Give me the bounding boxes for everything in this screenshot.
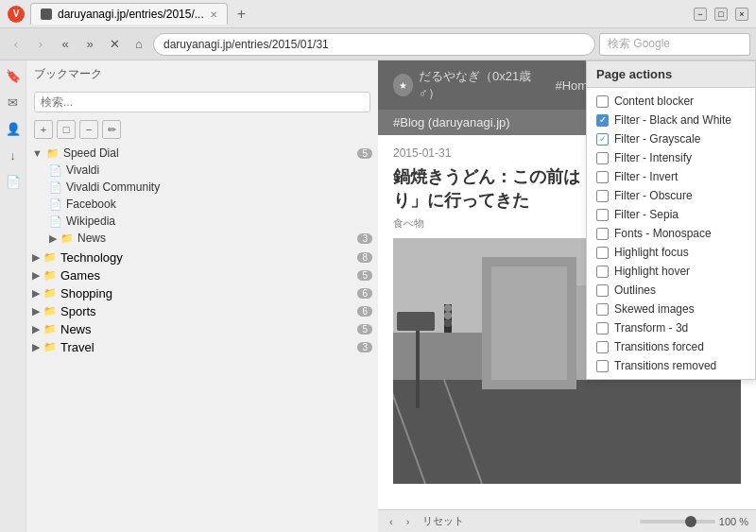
folder-icon: 📁	[43, 341, 57, 353]
action-checkbox-12[interactable]	[596, 322, 609, 335]
sidebar-search-input[interactable]	[34, 92, 370, 112]
action-item-14[interactable]: Transitions removed	[587, 356, 755, 375]
url-text: daruyanagi.jp/entries/2015/01/31	[163, 38, 329, 51]
bookmarks-icon[interactable]: 🔖	[2, 64, 25, 87]
back-icon[interactable]: ‹	[386, 515, 397, 528]
active-tab[interactable]: daruyanagi.jp/entries/2015/... ✕	[30, 3, 228, 25]
action-item-4[interactable]: Filter - Invert	[587, 167, 755, 186]
stop-btn[interactable]: ✕	[104, 34, 125, 55]
action-checkbox-9[interactable]	[596, 266, 609, 278]
site-logo: ★ だるやなぎ（0x21歳♂）	[393, 68, 536, 102]
folder-shopping[interactable]: ▶ 📁 Shopping 6	[26, 284, 378, 302]
slider-thumb[interactable]	[685, 516, 696, 527]
action-checkbox-8[interactable]	[596, 247, 609, 259]
action-checkbox-10[interactable]	[596, 284, 609, 297]
action-checkbox-2[interactable]	[596, 133, 609, 146]
speed-dial-children: 📄 Vivaldi 📄 Vivaldi Community 📄 Facebook…	[26, 162, 378, 247]
folder-technology[interactable]: ▶ 📁 Technology 8	[26, 249, 378, 266]
tab-label: daruyanagi.jp/entries/2015/...	[58, 8, 204, 21]
folder-sports[interactable]: ▶ 📁 Sports 6	[26, 302, 378, 320]
action-checkbox-7[interactable]	[596, 228, 609, 240]
folder-icon: 📁	[43, 287, 57, 300]
nav-bar: ‹ › « » ✕ ⌂ daruyanagi.jp/entries/2015/0…	[0, 28, 756, 60]
expand-icon: ▶	[32, 341, 40, 353]
action-checkbox-11[interactable]	[596, 303, 609, 316]
action-checkbox-3[interactable]	[596, 152, 609, 164]
speed-dial-folder[interactable]: ▼ 📁 Speed Dial 5	[26, 145, 378, 162]
page-actions-list: Content blocker✓Filter - Black and White…	[587, 88, 755, 379]
add-bookmark-btn[interactable]: +	[34, 120, 53, 139]
action-item-8[interactable]: Highlight focus	[587, 243, 755, 262]
action-checkbox-4[interactable]	[596, 171, 609, 183]
folder-news[interactable]: ▶ 📁 News 5	[26, 320, 378, 338]
folder-news-child[interactable]: ▶ 📁 News 3	[43, 230, 378, 247]
fastforward-btn[interactable]: »	[79, 34, 100, 55]
expand-icon: ▼	[32, 147, 43, 159]
folder-icon: 📁	[43, 269, 57, 282]
forward-icon[interactable]: ›	[403, 515, 414, 528]
notes-icon[interactable]: 📄	[2, 170, 25, 193]
downloads-icon[interactable]: ↓	[2, 144, 25, 166]
tree-speed-dial: ▼ 📁 Speed Dial 5 📄 Vivaldi 📄 Vivaldi Com…	[26, 143, 378, 249]
bottom-bar: ‹ › リセット 100 %	[378, 509, 756, 532]
forward-btn[interactable]: ›	[30, 34, 51, 55]
action-item-12[interactable]: Transform - 3d	[587, 318, 755, 337]
action-item-9[interactable]: Highlight hover	[587, 262, 755, 281]
tab-close-btn[interactable]: ✕	[210, 9, 217, 20]
action-label-4: Filter - Invert	[614, 170, 678, 183]
vivaldi-logo: V	[8, 6, 25, 23]
restore-btn[interactable]: □	[714, 8, 728, 21]
page-icon: 📄	[49, 215, 62, 228]
bookmark-wikipedia[interactable]: 📄 Wikipedia	[43, 213, 378, 230]
shopping-badge: 6	[357, 288, 372, 299]
mail-icon[interactable]: ✉	[2, 91, 25, 113]
search-placeholder: 検索 Google	[608, 36, 670, 52]
remove-bookmark-btn[interactable]: −	[79, 120, 98, 139]
action-checkbox-6[interactable]	[596, 209, 609, 221]
svg-rect-4	[393, 380, 741, 484]
zoom-label: 100 %	[719, 516, 748, 527]
news-child-badge: 3	[357, 233, 372, 244]
edit-bookmark-btn[interactable]: ✏	[102, 120, 121, 139]
action-checkbox-1[interactable]: ✓	[596, 114, 609, 127]
bookmark-vivaldi-community[interactable]: 📄 Vivaldi Community	[43, 179, 378, 196]
home-btn[interactable]: ⌂	[129, 34, 149, 55]
action-item-0[interactable]: Content blocker	[587, 92, 755, 111]
folder-games[interactable]: ▶ 📁 Games 5	[26, 266, 378, 284]
speed-dial-label: Speed Dial	[63, 146, 119, 160]
action-item-2[interactable]: Filter - Grayscale	[587, 129, 755, 148]
contacts-icon[interactable]: 👤	[2, 117, 25, 140]
rewind-btn[interactable]: «	[55, 34, 76, 55]
slider-track[interactable]	[640, 520, 715, 523]
action-checkbox-13[interactable]	[596, 341, 609, 353]
bookmark-vivaldi[interactable]: 📄 Vivaldi	[43, 162, 378, 179]
close-btn[interactable]: ×	[735, 8, 748, 21]
title-bar-left: V daruyanagi.jp/entries/2015/... ✕ +	[8, 3, 246, 25]
reset-btn[interactable]: リセット	[419, 513, 468, 529]
minimize-btn[interactable]: −	[694, 8, 707, 21]
games-label: Games	[60, 268, 100, 283]
bookmark-facebook[interactable]: 📄 Facebook	[43, 196, 378, 213]
action-item-11[interactable]: Skewed images	[587, 300, 755, 318]
action-item-10[interactable]: Outlines	[587, 281, 755, 300]
url-bar[interactable]: daruyanagi.jp/entries/2015/01/31	[153, 33, 595, 56]
nav-link-blog[interactable]: #Blog (daruyanagi.jp)	[393, 115, 510, 129]
action-item-7[interactable]: Fonts - Monospace	[587, 224, 755, 243]
back-btn[interactable]: ‹	[6, 34, 26, 55]
action-item-6[interactable]: Filter - Sepia	[587, 205, 755, 224]
action-item-13[interactable]: Transitions forced	[587, 337, 755, 356]
action-checkbox-0[interactable]	[596, 95, 609, 108]
new-tab-btn[interactable]: +	[237, 6, 246, 23]
action-checkbox-14[interactable]	[596, 360, 609, 372]
sidebar-toolbar: + □ − ✏	[26, 116, 378, 143]
action-item-1[interactable]: ✓Filter - Black and White	[587, 111, 755, 129]
folder-travel[interactable]: ▶ 📁 Travel 3	[26, 338, 378, 356]
shopping-label: Shopping	[60, 286, 112, 300]
add-folder-btn[interactable]: □	[57, 120, 76, 139]
action-item-3[interactable]: Filter - Intensify	[587, 148, 755, 167]
action-checkbox-5[interactable]	[596, 190, 609, 202]
travel-label: Travel	[60, 340, 94, 354]
search-bar[interactable]: 検索 Google	[599, 33, 750, 56]
travel-badge: 3	[357, 342, 372, 352]
action-item-5[interactable]: Filter - Obscure	[587, 186, 755, 205]
